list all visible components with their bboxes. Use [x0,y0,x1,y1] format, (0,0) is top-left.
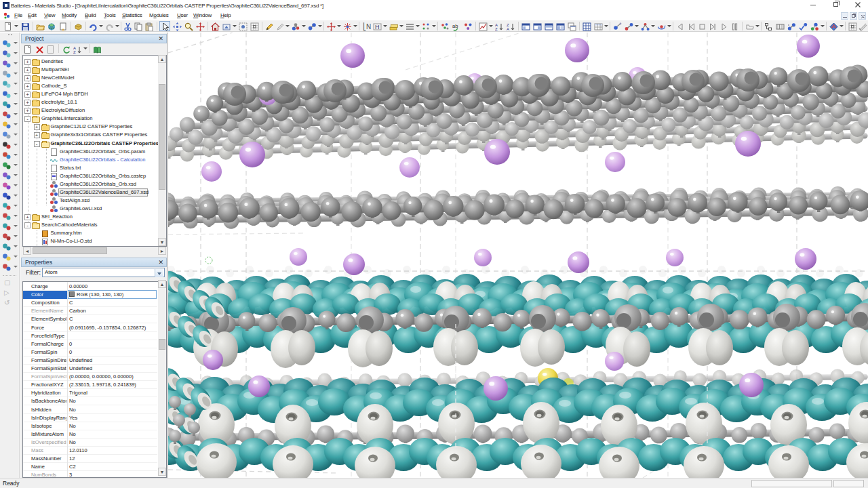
svg-text:Z: Z [495,27,498,31]
svg-text:ab: ab [452,23,458,29]
svg-text:A: A [507,27,509,31]
svg-text:⎣N⎥: ⎣N⎥ [363,22,371,31]
svg-text:H: H [375,24,380,30]
svg-text:Z: Z [73,50,76,54]
